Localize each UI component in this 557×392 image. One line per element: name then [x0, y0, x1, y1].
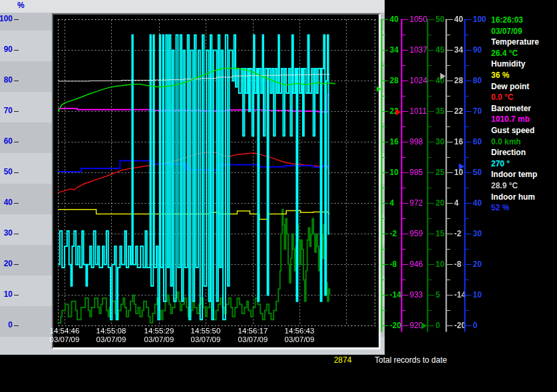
reading-humidity-value: 36 % [491, 70, 557, 81]
reading-dew-point-value: 0.0 °C [491, 92, 557, 103]
time-axis-label: 14:56:17 03/07/09 [230, 327, 276, 344]
time-axis-date: 03/07/09 [230, 335, 276, 344]
reading-time: 16:26:03 [491, 15, 557, 26]
strip-chart-plot [56, 16, 377, 326]
time-axis-label: 14:55:08 03/07/09 [88, 327, 134, 344]
time-axis-date: 03/07/09 [276, 335, 323, 344]
reading-indoor-temp-label: Indoor temp [491, 169, 557, 180]
time-axis-time: 14:56:43 [276, 327, 323, 335]
reading-direction-label: Direction [491, 147, 557, 158]
right-scales [377, 0, 490, 339]
time-axis-date: 03/07/09 [182, 335, 229, 344]
reading-barometer-label: Barometer [491, 103, 557, 114]
time-axis-label: 14:55:50 03/07/09 [182, 327, 229, 344]
reading-indoor-hum-label: Indoor hum [491, 192, 557, 203]
time-axis-date: 03/07/09 [136, 335, 182, 344]
reading-gust-speed-label: Gust speed [491, 125, 557, 136]
record-count: 2874 [329, 355, 356, 365]
readings-panel: 16:26:03 03/07/09 Temperature 26.4 °C Hu… [491, 15, 557, 214]
time-axis-label: 14:54:46 03/07/09 [41, 327, 88, 344]
reading-temperature-value: 26.4 °C [491, 48, 557, 59]
time-axis-time: 14:54:46 [41, 327, 88, 335]
time-axis: 14:54:46 03/07/09 14:55:08 03/07/09 14:5… [53, 326, 379, 346]
time-axis-time: 14:55:08 [88, 327, 134, 335]
time-axis-date: 03/07/09 [88, 335, 134, 344]
time-axis-time: 14:56:17 [230, 327, 276, 335]
reading-humidity-label: Humidity [491, 59, 557, 70]
time-axis-time: 14:55:29 [136, 327, 182, 335]
percent-axis [0, 0, 52, 339]
weather-display-window: % 14:54:46 03/07/09 14:55:08 03/07/09 14… [0, 0, 557, 392]
reading-dew-point-label: Dew point [491, 81, 557, 93]
time-axis-time: 14:55:50 [182, 327, 229, 335]
reading-barometer-value: 1010.7 mb [491, 114, 557, 125]
reading-temperature-label: Temperature [491, 37, 557, 48]
reading-gust-speed-value: 0.0 kmh [491, 136, 557, 148]
time-axis-label: 14:55:29 03/07/09 [136, 327, 182, 344]
time-axis-label: 14:56:43 03/07/09 [276, 327, 323, 344]
reading-indoor-temp-value: 28.9 °C [491, 180, 557, 192]
reading-direction-value: 270 ° [491, 158, 557, 170]
time-axis-date: 03/07/09 [41, 335, 88, 344]
record-count-label: Total records to date [375, 355, 447, 365]
reading-indoor-hum-value: 52 % [491, 202, 557, 214]
reading-date: 03/07/09 [491, 26, 557, 37]
